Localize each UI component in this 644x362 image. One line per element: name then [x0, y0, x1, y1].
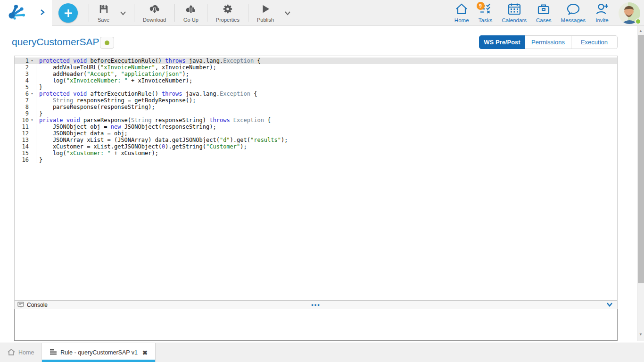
line-gutter: 12 [15, 130, 36, 137]
bottom-tab-label: Home [18, 349, 34, 356]
publish-dropdown-chevron-icon[interactable] [280, 0, 296, 26]
nav-invite[interactable]: Invite [590, 0, 614, 26]
code-line[interactable]: 16} [15, 156, 617, 163]
code-token: { [264, 117, 271, 123]
line-number: 4 [15, 77, 29, 84]
code-text: } [36, 156, 42, 163]
code-line[interactable]: 15 log("xCustomer: " + xCustomer); [15, 150, 617, 156]
code-line[interactable]: 6▾protected void afterExecutionRule() th… [15, 90, 617, 97]
app-root: { "brand": { "accent": "#29abe2", "prima… [0, 0, 644, 362]
code-token: } [39, 156, 42, 163]
code-line[interactable]: 12 JSONObject data = obj; [15, 130, 617, 137]
line-number: 14 [15, 143, 29, 150]
publish-button[interactable]: Publish [251, 0, 280, 26]
line-gutter: 6▾ [15, 90, 36, 97]
line-gutter: 11 [15, 123, 36, 130]
scroll-down-arrow-icon[interactable]: ▼ [637, 330, 644, 338]
code-line[interactable]: 14 xCustomer = xList.getJSONObject(0).ge… [15, 143, 617, 150]
toolbar-separator [174, 4, 175, 22]
code-token: beforeExecutionRule() [90, 58, 165, 64]
code-token: xCustomer = xList.getJSONObject( [39, 143, 162, 150]
bottom-tab-home[interactable]: Home [0, 343, 42, 362]
console-menu-button[interactable]: ••• [311, 303, 321, 307]
code-token: String [131, 117, 151, 123]
rule-status-button[interactable] [100, 37, 114, 49]
code-line[interactable]: 1▾protected void beforeExecutionRule() t… [15, 58, 617, 64]
code-line[interactable]: 10▾private void parseResponse(String res… [15, 117, 617, 123]
code-token: ); [240, 143, 247, 150]
properties-button[interactable]: Properties [210, 0, 245, 26]
code-line[interactable]: 8 parseResponse(responseString); [15, 104, 617, 110]
nav-cases[interactable]: Cases [531, 0, 556, 26]
toolbar-navigation: HomeTasks9CalendarsCasesMessagesInvite [450, 0, 614, 26]
code-token: private void [39, 117, 83, 123]
save-dropdown-chevron-icon[interactable] [115, 0, 131, 26]
line-gutter: 5 [15, 84, 36, 90]
code-line[interactable]: 13 JSONArray xList = (JSONArray) data.ge… [15, 137, 617, 143]
line-number: 15 [15, 150, 29, 156]
fold-spacer [29, 97, 35, 104]
code-token: ).get( [230, 137, 250, 143]
code-line[interactable]: 7 String responseString = getBodyRespons… [15, 97, 617, 104]
code-line[interactable]: 2 addValueToURL("xInvoiceNumber", xInvoi… [15, 64, 617, 71]
fold-spacer [29, 137, 35, 143]
code-token: "Accept" [87, 71, 114, 77]
nav-messages[interactable]: Messages [556, 0, 590, 26]
code-token: String [53, 97, 73, 104]
calendar-icon [507, 3, 521, 16]
line-number: 11 [15, 123, 29, 130]
code-line[interactable]: 3 addHeader("Accept", "application/json"… [15, 71, 617, 77]
console-output[interactable] [14, 309, 618, 341]
toolbar-separator [248, 4, 248, 22]
fold-toggle-icon[interactable]: ▾ [29, 117, 35, 123]
code-token [39, 97, 53, 104]
save-label: Save [98, 17, 109, 23]
logo-zone [0, 0, 52, 26]
fold-toggle-icon[interactable]: ▾ [29, 90, 35, 97]
user-avatar[interactable] [619, 2, 640, 24]
code-token: afterExecutionRule() [90, 90, 162, 97]
code-line[interactable]: 5} [15, 84, 617, 90]
rule-icon [50, 349, 57, 357]
code-line[interactable]: 9} [15, 110, 617, 117]
code-token: ).getString( [165, 143, 206, 150]
download-button[interactable]: Download [137, 0, 172, 26]
code-token: { [254, 58, 260, 64]
line-number: 3 [15, 71, 29, 77]
code-text: } [36, 84, 42, 90]
line-number: 12 [15, 130, 29, 137]
save-button[interactable]: Save [92, 0, 115, 26]
scrollbar-thumb[interactable] [638, 35, 644, 283]
code-token: Exception [233, 117, 264, 123]
tab-ws-pre-post[interactable]: WS Pre/Post [479, 35, 525, 49]
code-line[interactable]: 11 JSONObject obj = new JSONObject(respo… [15, 123, 617, 130]
page-title: queryCustomerSAP [12, 36, 99, 48]
code-token: log( [39, 77, 66, 84]
code-editor[interactable]: 1▾protected void beforeExecutionRule() t… [14, 56, 618, 300]
expand-menu-chevron-icon[interactable] [38, 8, 47, 17]
console-collapse-chevron-icon[interactable] [606, 301, 613, 309]
nav-tasks[interactable]: Tasks9 [474, 0, 497, 26]
line-number: 2 [15, 64, 29, 71]
code-line[interactable]: 4 log("xInvoiceNumber: " + xInvoiceNumbe… [15, 77, 617, 84]
add-button[interactable] [58, 3, 78, 23]
code-text: xCustomer = xList.getJSONObject(0).getSt… [36, 143, 247, 150]
code-token: JSONObject(responseString); [121, 123, 216, 130]
code-token: ); [281, 137, 288, 143]
nav-calendars[interactable]: Calendars [497, 0, 531, 26]
tab-permissions[interactable]: Permissions [525, 35, 571, 49]
scroll-up-arrow-icon[interactable]: ▲ [637, 27, 644, 34]
code-text: log("xCustomer: " + xCustomer); [36, 150, 158, 156]
top-toolbar: SaveDownloadGo UpPropertiesPublish HomeT… [0, 0, 644, 26]
fold-toggle-icon[interactable]: ▾ [29, 58, 35, 64]
console-header[interactable]: Console ••• [14, 300, 618, 309]
tab-execution[interactable]: Execution [571, 35, 618, 49]
go-up-button[interactable]: Go Up [178, 0, 204, 26]
app-logo-icon[interactable] [7, 3, 27, 24]
bottom-tab-rule-querycustomersap-v1[interactable]: Rule - queryCustomerSAP v1✖ [42, 343, 156, 362]
code-token: java.lang. [186, 90, 220, 97]
nav-home[interactable]: Home [450, 0, 474, 26]
close-tab-icon[interactable]: ✖ [142, 349, 148, 356]
home-icon [454, 3, 469, 16]
fold-spacer [29, 71, 35, 77]
